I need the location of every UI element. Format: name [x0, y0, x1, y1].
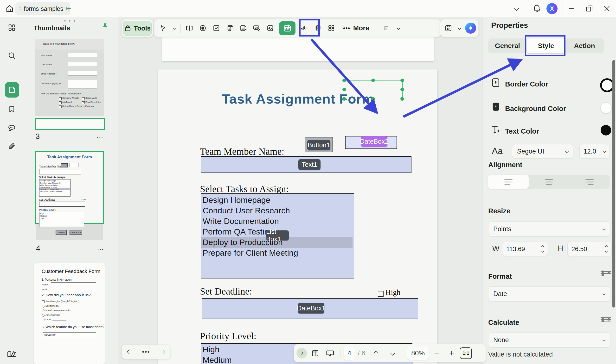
- select-tool-icon[interactable]: [156, 21, 170, 35]
- avatar[interactable]: X: [546, 3, 558, 14]
- page-icon: [8, 86, 16, 94]
- ai-assistant-icon[interactable]: [465, 23, 476, 34]
- close-button[interactable]: [603, 5, 611, 13]
- text1-field[interactable]: Text1: [201, 156, 411, 173]
- format-select[interactable]: Date: [488, 286, 610, 301]
- panel-drag-handle[interactable]: • • •: [64, 18, 76, 24]
- page-number: 4: [36, 244, 40, 253]
- bookmark-icon[interactable]: [6, 104, 17, 115]
- new-tab-button[interactable]: +: [66, 4, 71, 14]
- sidebar-item-thumbnails-active[interactable]: [5, 82, 19, 98]
- page-nav-pill: •••: [122, 345, 170, 359]
- properties-title: Properties: [491, 21, 528, 30]
- image-field-tool-icon[interactable]: [264, 21, 277, 35]
- restore-button[interactable]: [585, 4, 593, 13]
- actual-size-button[interactable]: 1:1: [460, 347, 472, 359]
- thumbnail-menu[interactable]: ...: [97, 132, 103, 140]
- document-tab[interactable]: forms-samples: [15, 2, 70, 15]
- checkbox-tool-icon[interactable]: [210, 21, 223, 35]
- attachment-paperclip-icon[interactable]: [6, 141, 17, 152]
- resize-unit-select[interactable]: Points: [488, 221, 610, 236]
- high-checkbox-label: High: [385, 288, 400, 297]
- tab-action[interactable]: Action: [565, 39, 604, 53]
- priority-label: Priority Level:: [200, 330, 256, 342]
- radio-button-tool-icon[interactable]: [196, 21, 210, 35]
- presentation-mode-icon[interactable]: [323, 346, 337, 360]
- align-left-button[interactable]: [488, 175, 529, 189]
- thumbnail-menu[interactable]: ...: [97, 244, 104, 252]
- font-family-select[interactable]: Segoe UI: [512, 144, 573, 158]
- tab-general[interactable]: General: [488, 39, 527, 53]
- text-color-swatch[interactable]: [601, 125, 611, 135]
- calculate-settings-icon[interactable]: [601, 316, 611, 323]
- border-color-swatch[interactable]: [600, 78, 614, 92]
- apps-grid-icon[interactable]: [6, 22, 17, 33]
- select-tool-chevron[interactable]: [170, 21, 179, 35]
- pin-icon[interactable]: [101, 23, 109, 32]
- titlebar-chevron-down-icon[interactable]: [515, 7, 518, 11]
- tools-button[interactable]: Tools: [123, 21, 152, 36]
- deadline-label: Set Deadline:: [200, 286, 252, 297]
- date-field-tool-active[interactable]: [277, 21, 298, 35]
- zoom-out-icon[interactable]: [430, 346, 444, 360]
- minimize-button[interactable]: [567, 5, 575, 13]
- next-icon[interactable]: [160, 349, 165, 354]
- datebox1-field[interactable]: DateBox1: [202, 299, 418, 319]
- properties-panel: Properties General Style Action Border C…: [482, 17, 616, 364]
- resize-handle[interactable]: [342, 88, 346, 91]
- calculate-select[interactable]: None: [488, 333, 610, 347]
- two-page-view-icon[interactable]: [308, 346, 322, 360]
- page-number-input[interactable]: 4: [344, 346, 355, 360]
- more-tools-button[interactable]: ••• More: [338, 21, 374, 35]
- combo-box-tool-icon[interactable]: [223, 21, 237, 35]
- zoom-in-icon[interactable]: [445, 346, 458, 360]
- resize-handle[interactable]: [400, 88, 404, 91]
- document-canvas[interactable]: Task Assignment Form Team Member Name: B…: [118, 17, 482, 364]
- next-page-icon[interactable]: [385, 346, 400, 360]
- resize-handle[interactable]: [400, 78, 404, 82]
- previous-page-icon[interactable]: [368, 346, 384, 360]
- listbox1-field[interactable]: Design Homepage Conduct User Research Wr…: [201, 194, 354, 278]
- notifications-bell-icon[interactable]: [532, 4, 541, 13]
- push-button-field[interactable]: Button1: [305, 137, 333, 152]
- height-input[interactable]: 26.50: [567, 242, 612, 256]
- border-color-icon: [491, 78, 500, 88]
- background-color-swatch[interactable]: [601, 102, 612, 113]
- zoom-level[interactable]: 80%: [407, 346, 429, 360]
- selection-rectangle[interactable]: [344, 80, 403, 99]
- thumbnail-page-3[interactable]: Please fill in your details below. First…: [35, 39, 104, 116]
- save-icon[interactable]: [443, 21, 454, 35]
- pdf-editor-window: forms-samples + X: [0, 0, 616, 364]
- thumbnail-page-5[interactable]: Customer Feedback Form 1. Personal Infor…: [34, 263, 105, 364]
- text-field-tool-icon[interactable]: [183, 21, 196, 35]
- comments-icon[interactable]: [6, 123, 17, 134]
- search-icon[interactable]: [6, 50, 17, 61]
- font-size-select[interactable]: 12.0: [579, 144, 610, 158]
- save-chevron[interactable]: [456, 21, 463, 35]
- field-layout-grid-tool-icon[interactable]: [325, 21, 338, 35]
- resize-handle[interactable]: [400, 97, 404, 101]
- nav-more-dots[interactable]: •••: [142, 348, 150, 356]
- align-center-button[interactable]: [529, 175, 569, 189]
- home-icon[interactable]: [5, 4, 14, 13]
- resize-handle[interactable]: [342, 78, 346, 82]
- resize-handle[interactable]: [371, 97, 375, 101]
- push-button-tool-icon[interactable]: OK: [250, 21, 264, 35]
- align-tool-chevron[interactable]: [394, 21, 403, 35]
- high-checkbox[interactable]: [378, 291, 384, 297]
- prev-icon[interactable]: [127, 349, 132, 354]
- thumbnail-page-4-current[interactable]: Task Assignment Form Team Member Name: S…: [35, 151, 104, 224]
- list-box-tool-icon[interactable]: [237, 21, 250, 35]
- format-settings-icon[interactable]: [601, 270, 611, 276]
- expand-toolbar-icon[interactable]: [296, 348, 307, 358]
- align-right-button[interactable]: [569, 175, 610, 189]
- width-stepper[interactable]: [541, 246, 544, 252]
- signature-pen-icon[interactable]: [6, 348, 17, 359]
- align-fields-tool-icon[interactable]: [378, 21, 394, 35]
- properties-scrollbar[interactable]: [612, 60, 615, 308]
- width-input[interactable]: 113.69: [502, 242, 548, 256]
- resize-handle[interactable]: [371, 78, 375, 82]
- width-label: W: [492, 245, 499, 253]
- resize-handle[interactable]: [342, 97, 346, 101]
- height-stepper[interactable]: [605, 246, 608, 252]
